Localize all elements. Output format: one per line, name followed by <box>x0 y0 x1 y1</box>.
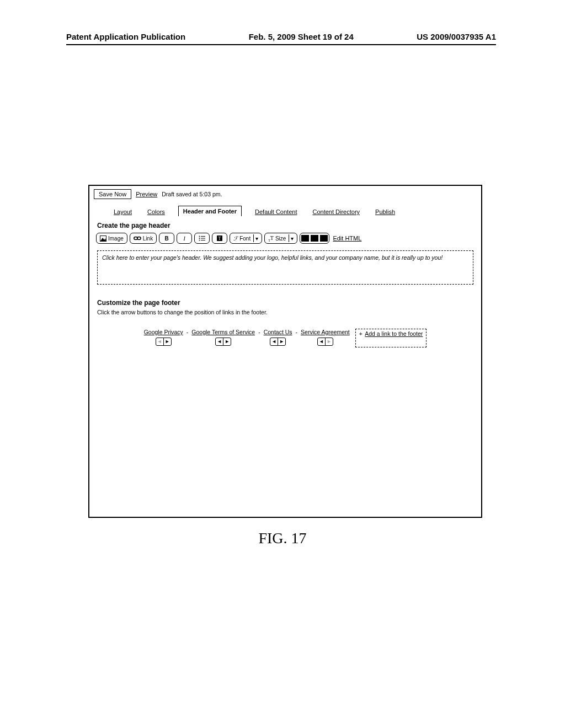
footer-link-item: Contact Us ◄ ► <box>264 329 292 346</box>
topbar: Save Now Preview Draft saved at 5:03 pm. <box>89 186 481 201</box>
tabs-row: Layout Colors Header and Footer Default … <box>89 201 481 216</box>
chevron-down-icon: ▾ <box>253 234 258 242</box>
italic-button[interactable]: I <box>177 233 192 244</box>
chevron-down-icon: ▾ <box>289 234 294 242</box>
link-button[interactable]: Link <box>130 233 157 244</box>
tab-default-content[interactable]: Default Content <box>253 207 299 216</box>
customize-footer-title: Customize the page footer <box>89 285 481 309</box>
link-button-label: Link <box>143 235 153 242</box>
editor-window: Save Now Preview Draft saved at 5:03 pm.… <box>88 185 482 518</box>
footer-link-agreement[interactable]: Service Agreement <box>301 329 350 335</box>
header-placeholder-area[interactable]: Click here to enter your page's header. … <box>97 250 473 285</box>
header-toolbar: Image Link B I T <box>89 232 481 247</box>
footer-link-item: Google Terms of Service ◄ ► <box>191 329 255 346</box>
move-right-button[interactable]: ► <box>278 338 285 345</box>
tab-layout[interactable]: Layout <box>111 207 134 216</box>
preview-link[interactable]: Preview <box>136 191 157 197</box>
footer-link-privacy[interactable]: Google Privacy <box>144 329 183 335</box>
svg-point-8 <box>199 240 200 241</box>
reorder-buttons: ◄ ► <box>317 338 333 346</box>
list-icon <box>199 235 205 241</box>
svg-rect-5 <box>201 236 205 237</box>
tab-colors[interactable]: Colors <box>145 207 167 216</box>
font-f-icon: ℱ <box>233 235 238 242</box>
color-icon: T <box>216 235 223 242</box>
link-icon <box>134 236 141 240</box>
footer-link-terms[interactable]: Google Terms of Service <box>191 329 255 335</box>
svg-rect-9 <box>201 240 205 240</box>
doc-header: Patent Application Publication Feb. 5, 2… <box>66 32 496 41</box>
footer-links-area: Google Privacy ◄ ► - Google Terms of Ser… <box>97 329 473 347</box>
size-tt-icon: TT <box>268 235 274 242</box>
image-button-label: Image <box>108 235 124 242</box>
align-left-icon <box>301 235 309 242</box>
move-left-button[interactable]: ◄ <box>318 338 326 345</box>
color-button[interactable]: T <box>212 233 227 244</box>
svg-marker-1 <box>100 238 106 241</box>
doc-header-left: Patent Application Publication <box>66 32 185 41</box>
align-right-icon <box>320 235 328 242</box>
reorder-buttons: ◄ ► <box>156 338 172 346</box>
customize-footer-subtitle: Click the arrow buttons to change the po… <box>89 309 481 319</box>
add-footer-link-box[interactable]: + Add a link to the footer <box>355 329 427 347</box>
image-button[interactable]: Image <box>96 233 127 244</box>
tab-header-and-footer[interactable]: Header and Footer <box>178 206 242 216</box>
font-label: Font <box>239 235 250 242</box>
svg-point-4 <box>199 236 200 237</box>
doc-header-center: Feb. 5, 2009 Sheet 19 of 24 <box>249 32 354 41</box>
move-right-button[interactable]: ► <box>164 338 171 345</box>
font-dropdown[interactable]: ℱ Font ▾ <box>230 233 262 244</box>
footer-link-item: Service Agreement ◄ ► <box>301 329 350 346</box>
bold-label: B <box>165 235 169 242</box>
draft-status-text: Draft saved at 5:03 pm. <box>162 191 222 197</box>
alignment-group[interactable] <box>300 233 329 244</box>
list-button[interactable] <box>194 233 210 244</box>
save-now-button[interactable]: Save Now <box>94 189 131 199</box>
move-left-button[interactable]: ◄ <box>216 338 223 345</box>
footer-link-contact[interactable]: Contact Us <box>264 329 292 335</box>
size-label: Size <box>275 235 286 242</box>
plus-icon: + <box>359 330 364 337</box>
bold-button[interactable]: B <box>159 233 174 244</box>
edit-html-link[interactable]: Edit HTML <box>333 235 361 242</box>
svg-text:T: T <box>218 236 221 241</box>
reorder-buttons: ◄ ► <box>215 338 231 346</box>
footer-link-item: Google Privacy ◄ ► <box>144 329 183 346</box>
image-icon <box>100 235 106 242</box>
svg-rect-7 <box>201 238 205 239</box>
size-dropdown[interactable]: TT Size ▾ <box>264 233 297 244</box>
move-right-button[interactable]: ► <box>223 338 231 345</box>
tab-content-directory[interactable]: Content Directory <box>310 207 362 216</box>
header-placeholder-text: Click here to enter your page's header. … <box>102 254 443 261</box>
italic-label: I <box>183 235 185 242</box>
doc-header-rule <box>66 44 496 45</box>
figure-caption: FIG. 17 <box>0 529 565 547</box>
move-left-button: ◄ <box>156 338 164 345</box>
doc-header-right: US 2009/0037935 A1 <box>417 32 496 41</box>
svg-point-6 <box>199 238 200 239</box>
move-left-button[interactable]: ◄ <box>270 338 278 345</box>
align-center-icon <box>311 235 318 242</box>
move-right-button: ► <box>326 338 333 345</box>
reorder-buttons: ◄ ► <box>270 338 286 346</box>
create-header-title: Create the page header <box>89 216 481 232</box>
add-footer-link-label: Add a link to the footer <box>365 330 423 337</box>
tab-publish[interactable]: Publish <box>373 207 397 216</box>
